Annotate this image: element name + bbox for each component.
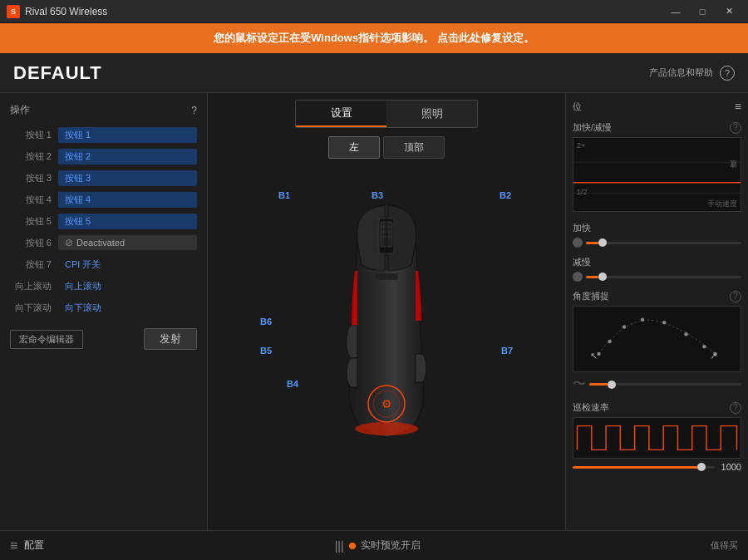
svg-text:↖: ↖ — [590, 351, 598, 361]
slow-slider-thumb[interactable] — [598, 273, 607, 281]
accel-2x-label: 2× — [577, 141, 585, 150]
svg-point-16 — [608, 340, 611, 343]
tab-settings[interactable]: 设置 — [296, 101, 386, 127]
button-label-8: 向上滚动 — [10, 280, 52, 292]
fire-button[interactable]: 发射 — [144, 328, 197, 350]
actions-header: 操作 ? — [0, 100, 207, 124]
svg-point-18 — [641, 318, 644, 322]
main-tabs: 设置 照明 — [295, 100, 478, 128]
accel-section: 加快/减慢 ? 2× 1/2 手动速度 速度 — [573, 121, 741, 214]
angle-label: 角度捕捉 — [573, 290, 609, 302]
button-label-9: 向下滚动 — [10, 302, 52, 314]
svg-point-17 — [623, 325, 626, 328]
view-top[interactable]: 顶部 — [383, 136, 445, 159]
button-value-9[interactable]: 向下滚动 — [58, 300, 197, 316]
button-label-b1[interactable]: B1 — [278, 190, 290, 200]
button-value-6[interactable]: Deactivated — [58, 235, 197, 250]
live-bar-icon: ||| — [335, 539, 344, 553]
boost-slider-thumb[interactable] — [598, 238, 607, 247]
right-panel-header: 位 ≡ — [573, 100, 741, 113]
button-label-b2[interactable]: B2 — [499, 190, 511, 200]
mouse-container: B1 B3 B2 B6 B5 B4 B7 — [245, 167, 528, 474]
warning-banner[interactable]: 您的鼠标设定正在受Windows指针选项影响。 点击此处修复设定。 — [0, 23, 748, 53]
actions-help[interactable]: ? — [191, 105, 197, 116]
button-label-b4[interactable]: B4 — [287, 379, 298, 389]
accel-speed-label: 手动速度 — [707, 199, 737, 209]
svg-text:⚙: ⚙ — [381, 397, 392, 410]
titlebar-controls: — □ ✕ — [663, 3, 741, 20]
boost-section: 加快 — [573, 222, 741, 248]
center-panel: 设置 照明 左 顶部 B1 B3 B2 B6 B5 B4 B7 — [208, 93, 565, 530]
titlebar-title: Rival 650 Wireless — [25, 6, 107, 17]
button-label-3: 按钮 3 — [10, 172, 52, 184]
menu-icon[interactable]: ≡ — [735, 100, 741, 113]
slow-slider-fill — [586, 276, 598, 278]
mouse-illustration: ⚙ — [303, 192, 470, 449]
angle-graph: ↖ ↗ — [573, 306, 741, 372]
header: DEFAULT 产品信息和帮助 ? — [0, 53, 748, 93]
button-label-b6[interactable]: B6 — [260, 317, 272, 327]
button-row-5: 按钮 5按钮 5 — [0, 210, 207, 232]
close-button[interactable]: ✕ — [716, 3, 741, 20]
button-value-2[interactable]: 按钮 2 — [58, 149, 197, 165]
button-value-1[interactable]: 按钮 1 — [58, 127, 197, 143]
polling-slider-track[interactable] — [573, 466, 715, 469]
view-left[interactable]: 左 — [328, 136, 380, 159]
button-row-9: 向下滚动向下滚动 — [0, 297, 207, 318]
accel-half-label: 1/2 — [577, 188, 588, 196]
boost-slider-fill — [586, 242, 598, 244]
macro-editor-button[interactable]: 宏命令编辑器 — [10, 330, 83, 349]
boost-slider-track[interactable] — [586, 242, 741, 244]
titlebar-left: S Rival 650 Wireless — [7, 5, 107, 18]
polling-value: 1000 — [721, 462, 741, 472]
slow-slider-track[interactable] — [586, 276, 741, 278]
angle-slider-track[interactable] — [589, 383, 741, 386]
config-label: 配置 — [24, 538, 44, 553]
polling-help[interactable]: ? — [730, 402, 741, 414]
view-tabs: 左 顶部 — [328, 136, 445, 159]
button-value-8[interactable]: 向上滚动 — [58, 278, 197, 294]
polling-slider-thumb[interactable] — [697, 463, 706, 471]
button-label-b5[interactable]: B5 — [260, 346, 272, 356]
live-preview-label: 实时预览开启 — [361, 538, 421, 553]
angle-help[interactable]: ? — [730, 291, 741, 302]
button-row-1: 按钮 1按钮 1 — [0, 124, 207, 145]
angle-title: 角度捕捉 ? — [573, 290, 741, 302]
angle-slider-thumb[interactable] — [608, 381, 616, 389]
tab-lighting[interactable]: 照明 — [386, 101, 477, 127]
accel-help[interactable]: ? — [730, 122, 741, 134]
button-label-7: 按钮 7 — [10, 258, 52, 271]
help-link[interactable]: 产品信息和帮助 ? — [649, 66, 735, 81]
button-label-2: 按钮 2 — [10, 150, 52, 163]
help-icon: ? — [720, 66, 735, 81]
polling-graph-svg — [573, 418, 741, 458]
polling-label: 巡检速率 — [573, 401, 609, 414]
boost-title: 加快 — [573, 222, 741, 234]
button-row-3: 按钮 3按钮 3 — [0, 167, 207, 189]
bottom-left: ≡ 配置 — [10, 538, 44, 553]
svg-point-20 — [684, 332, 687, 336]
slow-section: 减慢 — [573, 256, 741, 282]
main-layout: 操作 ? 按钮 1按钮 1按钮 2按钮 2按钮 3按钮 3按钮 4按钮 4按钮 … — [0, 93, 748, 530]
unit-label: 位 — [573, 101, 582, 113]
button-value-5[interactable]: 按钮 5 — [58, 214, 197, 229]
polling-slider-row: 1000 — [573, 462, 741, 472]
minimize-button[interactable]: — — [663, 3, 688, 20]
angle-section: 角度捕捉 ? ↖ ↗ — [573, 290, 741, 393]
maximize-button[interactable]: □ — [690, 3, 715, 20]
accel-label: 加快/减慢 — [573, 121, 612, 134]
boost-slider-icon — [573, 238, 583, 248]
bottom-bar: ≡ 配置 ||| 实时预览开启 值得买 — [0, 530, 748, 560]
button-value-3[interactable]: 按钮 3 — [58, 170, 197, 186]
right-panel: 位 ≡ 加快/减慢 ? 2× 1/2 手动速度 速度 — [565, 93, 748, 530]
button-value-7[interactable]: CPI 开关 — [58, 257, 197, 273]
button-row-2: 按钮 2按钮 2 — [0, 145, 207, 167]
config-icon[interactable]: ≡ — [10, 538, 17, 553]
polling-section: 巡检速率 ? 1000 — [573, 401, 741, 472]
boost-slider-row — [573, 238, 741, 248]
button-label-b7[interactable]: B7 — [501, 346, 513, 356]
button-label-4: 按钮 4 — [10, 194, 52, 206]
left-panel: 操作 ? 按钮 1按钮 1按钮 2按钮 2按钮 3按钮 3按钮 4按钮 4按钮 … — [0, 93, 208, 530]
button-value-4[interactable]: 按钮 4 — [58, 192, 197, 208]
slow-slider-icon — [573, 272, 583, 282]
